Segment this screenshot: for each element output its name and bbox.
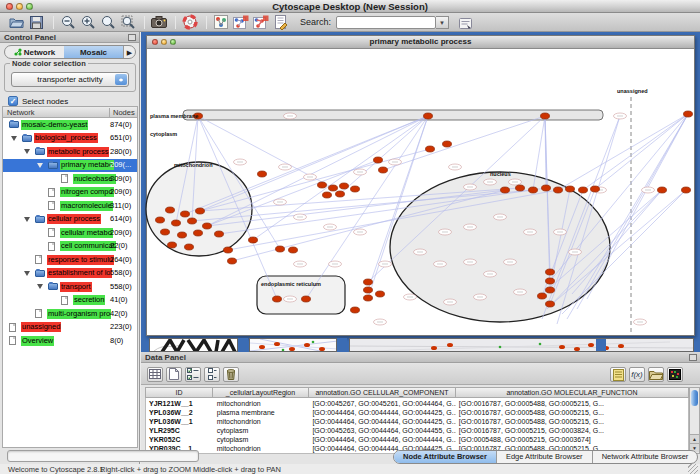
table-cell[interactable]: [GO:0005488, GO:0005215, GO:0003674] xyxy=(456,435,688,444)
resize-grip[interactable] xyxy=(688,464,698,474)
help-icon[interactable] xyxy=(181,14,198,30)
network-node[interactable] xyxy=(168,242,177,248)
tree-row-nucleobase-[interactable]: nucleobase-209(0) xyxy=(3,172,137,186)
network-node[interactable] xyxy=(194,230,203,236)
tree-expander-icon[interactable] xyxy=(11,136,17,144)
network-node[interactable] xyxy=(658,187,667,193)
background-window-fragment[interactable] xyxy=(349,338,694,352)
select-attributes-icon[interactable] xyxy=(185,367,201,382)
network-node[interactable] xyxy=(276,246,285,252)
background-window-fragment[interactable] xyxy=(149,338,238,352)
zoom-out-icon[interactable] xyxy=(59,14,76,30)
table-cell[interactable]: mitochondrion xyxy=(214,444,310,453)
delete-attribute-icon[interactable] xyxy=(223,367,239,382)
table-row-ypl036w__1[interactable]: YPL036W__1mitochondrion[GO:0044464, GO:0… xyxy=(146,417,688,426)
network-node[interactable] xyxy=(566,186,575,192)
network-node[interactable] xyxy=(318,182,327,188)
table-cell[interactable]: YKR052C xyxy=(146,435,214,444)
network-node[interactable] xyxy=(172,220,181,226)
network-node[interactable] xyxy=(196,208,205,214)
import-attributes-icon[interactable] xyxy=(648,367,664,382)
tree-row-cellular-metabo[interactable]: cellular metabo209(0) xyxy=(3,226,137,240)
tree-row-metabolic-process[interactable]: metabolic process280(0) xyxy=(3,145,137,159)
network-node[interactable] xyxy=(249,237,258,243)
snapshot-icon[interactable] xyxy=(150,14,167,30)
network-node[interactable] xyxy=(188,218,197,224)
network-node[interactable] xyxy=(336,191,345,197)
table-row-ypl036w__2[interactable]: YPL036W__2plasma membrane[GO:0044464, GO… xyxy=(146,408,688,417)
network-node[interactable] xyxy=(426,146,435,152)
tree-expander-icon[interactable] xyxy=(37,284,43,292)
network-node[interactable] xyxy=(546,287,555,293)
search-dropdown-icon[interactable]: ▼ xyxy=(436,16,449,29)
network-node[interactable] xyxy=(374,157,383,163)
tree-expander-icon[interactable] xyxy=(24,149,30,157)
table-cell[interactable]: [GO:0044464, GO:0044444, GO:0044425, G..… xyxy=(309,417,455,426)
tree-row-cellular-process[interactable]: cellular process614(0) xyxy=(3,213,137,227)
node-selection-icon[interactable] xyxy=(232,14,249,30)
zoom-view-icon[interactable] xyxy=(170,39,176,45)
close-view-icon[interactable] xyxy=(152,39,158,45)
open-icon[interactable] xyxy=(8,14,25,30)
table-cell[interactable]: [GO:0045267, GO:0045261, GO:0044464, G..… xyxy=(309,399,455,408)
table-cell[interactable]: [GO:0016787, GO:0005488, GO:0005215, G..… xyxy=(456,399,688,408)
table-cell[interactable]: [GO:0016787, GO:0005488, GO:0005215, G..… xyxy=(456,417,688,426)
network-node[interactable] xyxy=(546,278,555,284)
attribute-table-header[interactable]: ID_cellularLayoutRegionannotation.GO CEL… xyxy=(145,387,689,398)
float-panel-icon[interactable] xyxy=(689,354,697,361)
tree-expander-icon[interactable] xyxy=(37,163,43,171)
table-cell[interactable]: mitochondrion xyxy=(214,399,310,408)
select-nodes-checkbox[interactable]: ✓ xyxy=(8,96,18,106)
attribute-matrix-icon[interactable] xyxy=(667,367,683,382)
network-node[interactable] xyxy=(215,231,224,237)
tree-row-transport[interactable]: transport558(0) xyxy=(3,280,137,294)
tree-row-multi-organism-pro[interactable]: multi-organism pro42(0) xyxy=(3,307,137,321)
network-node[interactable] xyxy=(684,111,693,117)
network-node[interactable] xyxy=(443,141,452,147)
search-input[interactable] xyxy=(336,16,436,29)
network-node[interactable] xyxy=(166,207,175,213)
column-header-id[interactable]: ID xyxy=(145,387,213,398)
tree-row-primary-metabo[interactable]: primary metabo209(... xyxy=(3,159,137,173)
table-cell[interactable]: YJR121W__1 xyxy=(146,399,214,408)
network-node[interactable] xyxy=(546,269,555,275)
tab-node-attribute-browser[interactable]: Node Attribute Browser xyxy=(394,451,496,463)
network-node[interactable] xyxy=(682,187,691,193)
vizmapper-icon[interactable] xyxy=(212,14,229,30)
annotation-icon[interactable] xyxy=(272,14,289,30)
network-edge[interactable] xyxy=(558,114,688,190)
table-cell[interactable]: cytoplasm xyxy=(214,426,310,435)
network-node[interactable] xyxy=(329,185,338,191)
zoom-selected-icon[interactable] xyxy=(119,14,136,30)
network-node[interactable] xyxy=(591,186,600,192)
network-edge[interactable] xyxy=(583,114,688,190)
tree-row-establishment-of-lo[interactable]: establishment of lo558(0) xyxy=(3,267,137,281)
network-node[interactable] xyxy=(323,192,332,198)
table-cell[interactable]: YPL036W__2 xyxy=(146,408,214,417)
network-node[interactable] xyxy=(273,296,282,302)
tree-row-overview[interactable]: Overview8(0) xyxy=(3,334,137,348)
network-node[interactable] xyxy=(161,229,170,235)
table-cell[interactable]: YPL036W__1 xyxy=(146,417,214,426)
network-node[interactable] xyxy=(542,185,551,191)
attribute-table-icon[interactable] xyxy=(147,367,163,382)
table-row-ykr052c[interactable]: YKR052Ccytoplasm[GO:0044464, GO:0044446,… xyxy=(146,435,688,444)
scrollbar-thumb[interactable] xyxy=(691,390,698,406)
tree-row-cell-communicat[interactable]: cell communicat22(0) xyxy=(3,240,137,254)
network-node[interactable] xyxy=(203,223,212,229)
network-node[interactable] xyxy=(181,211,190,217)
network-node[interactable] xyxy=(289,247,298,253)
window-titlebar[interactable]: Cytoscape Desktop (New Session) xyxy=(0,0,700,13)
tree-row-unassigned[interactable]: unassigned223(0) xyxy=(3,321,137,335)
table-row-yjr121w__1[interactable]: YJR121W__1mitochondrion[GO:0045267, GO:0… xyxy=(146,399,688,408)
tree-row-mosaic-demo-yeast[interactable]: mosaic-demo-yeast874(0) xyxy=(3,118,137,132)
column-header--cellularlayoutregion[interactable]: _cellularLayoutRegion xyxy=(213,387,309,398)
table-row-ylr295c[interactable]: YLR295Ccytoplasm[GO:0045263, GO:0044464,… xyxy=(146,426,688,435)
notes-icon[interactable] xyxy=(610,367,626,382)
search-options-icon[interactable] xyxy=(457,14,474,30)
table-cell[interactable]: [GO:0045263, GO:0044464, GO:0044455, G..… xyxy=(309,426,455,435)
network-node[interactable] xyxy=(156,217,165,223)
save-icon[interactable] xyxy=(28,14,45,30)
network-node[interactable] xyxy=(538,293,547,299)
network-node[interactable] xyxy=(379,167,388,173)
